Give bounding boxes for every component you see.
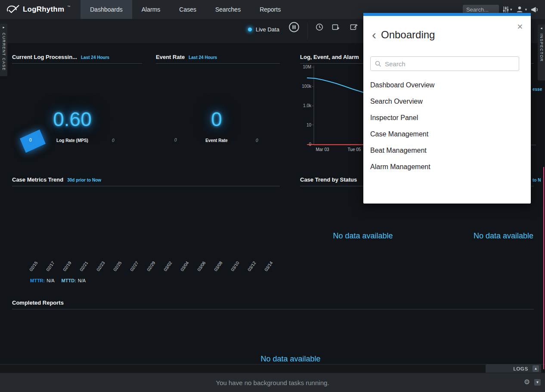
onboarding-item[interactable]: Alarm Management — [363, 159, 531, 175]
date-tick-slot: 03/10 — [223, 259, 239, 278]
panel-title: Case Metrics Trend — [12, 176, 63, 183]
nav-tab[interactable]: Dashboards — [81, 0, 132, 19]
current-case-label: CURRENT CASE — [2, 33, 6, 71]
onboarding-item[interactable]: Case Management — [363, 126, 531, 142]
brand-trademark: ™ — [67, 5, 70, 8]
onboarding-item[interactable]: Inspector Panel — [363, 110, 531, 126]
panel-header-log-processing: Current Log Processin... Last 24 Hours — [12, 54, 142, 64]
nav-tab[interactable]: Reports — [250, 0, 290, 19]
case-metrics-footer: MTTR: N/A MTTD: N/A — [30, 278, 86, 283]
gear-icon[interactable]: ⚙ — [524, 379, 530, 386]
add-panel-button[interactable] — [332, 24, 340, 32]
date-tick-label: 03/02 — [163, 260, 173, 272]
log-rate-label: Log Rate (MPS) — [25, 138, 120, 143]
date-tick-label: 02/15 — [28, 260, 38, 272]
gauge-min-label: 0 — [174, 138, 177, 142]
y-tick-label: 10M — [298, 65, 311, 69]
date-tick-slot: 03/12 — [239, 259, 256, 278]
edit-dashboard-button[interactable] — [350, 24, 358, 32]
nav-tab[interactable]: Cases — [170, 0, 206, 19]
clipped-label-fragment: esse — [533, 87, 542, 92]
search-icon — [375, 61, 381, 67]
panel-range-link[interactable]: Last 24 Hours — [189, 55, 217, 60]
onboarding-item[interactable]: Beat Management — [363, 142, 531, 159]
date-tick-slot: 02/21 — [71, 259, 88, 278]
preferences-menu-button[interactable]: ▾ — [503, 6, 512, 13]
user-menu-button[interactable]: ▾ — [516, 6, 527, 13]
panel-range-link[interactable]: 30d prior to Now — [67, 178, 101, 182]
date-tick-label: 02/21 — [79, 260, 89, 272]
onboarding-item[interactable]: Dashboard Overview — [363, 77, 531, 93]
date-tick-label: 02/29 — [146, 260, 156, 272]
x-tick-label: Mar 03 — [313, 147, 332, 152]
announcements-icon[interactable] — [531, 6, 540, 13]
sliders-icon — [503, 6, 509, 13]
onboarding-menu: Dashboard OverviewSearch OverviewInspect… — [363, 77, 531, 175]
panel-title: Event Rate — [156, 54, 185, 60]
no-data-case-trend-status: No data available — [300, 231, 426, 241]
logrhythm-logo-icon — [6, 5, 20, 15]
date-tick-label: 02/27 — [129, 260, 139, 272]
date-tick-label: 03/12 — [247, 260, 257, 272]
time-range-button[interactable] — [316, 23, 323, 33]
nav-tab[interactable]: Alarms — [132, 0, 170, 19]
app-window: LogRhythm ™ DashboardsAlarmsCasesSearche… — [0, 0, 545, 392]
live-data-toggle[interactable]: Live Data — [248, 24, 279, 34]
date-tick-slot: 03/06 — [189, 259, 206, 278]
date-tick-label: 02/25 — [112, 260, 122, 272]
logrhythm-brand: LogRhythm ™ — [0, 0, 81, 19]
up-arrow-icon: ▲ — [534, 367, 538, 370]
inspector-drawer-tab[interactable]: ◂ INSPECTOR — [538, 25, 545, 80]
status-message: You have no background tasks running. — [216, 379, 329, 386]
date-tick-label: 03/10 — [230, 260, 240, 272]
onboarding-dialog: ✕ ‹ Onboarding Dashboard OverviewSearch … — [363, 13, 531, 204]
log-rate-value: 0.60 — [25, 108, 120, 131]
panel-range-link[interactable]: Last 24 Hours — [81, 55, 109, 60]
brand-name: LogRhythm — [23, 5, 64, 14]
panel-title: Log, Event, and Alarm — [300, 54, 359, 60]
mttd-value: N/A — [78, 278, 86, 283]
date-tick-slot: 03/04 — [172, 259, 189, 278]
blue-series-line — [307, 78, 369, 94]
x-tick-label: Tue 05 — [345, 147, 364, 152]
panel-title: Completed Reports — [12, 299, 64, 306]
date-tick-label: 02/17 — [45, 260, 55, 272]
event-rate-label: Event Rate — [169, 138, 264, 143]
gauge-min-label: 0 — [29, 138, 32, 142]
date-tick-slot: 02/17 — [38, 259, 55, 278]
person-icon — [516, 6, 523, 13]
y-tick-label: 100k — [298, 84, 311, 89]
date-tick-label: 02/19 — [62, 260, 72, 272]
down-arrow-icon: ▼ — [536, 380, 539, 384]
caret-down-icon: ▾ — [510, 7, 512, 12]
mttr-label: MTTR: — [30, 278, 45, 283]
gauge-max-label: 0 — [256, 138, 258, 143]
scrollbar-thumb[interactable] — [543, 167, 544, 369]
y-tick-label: 0 — [298, 142, 311, 147]
logs-drawer-tab[interactable]: LOGS ▲ — [486, 364, 541, 373]
date-tick-label: 03/08 — [213, 260, 223, 272]
main-nav-tabs: DashboardsAlarmsCasesSearchesReports — [81, 0, 290, 19]
case-metrics-x-axis: 02/1502/1702/1902/2102/2302/2502/2702/29… — [21, 259, 273, 278]
mttr-value: N/A — [46, 278, 54, 283]
date-tick-slot: 03/02 — [155, 259, 172, 278]
date-tick-label: 03/04 — [180, 260, 189, 272]
dialog-accent-bar — [363, 13, 531, 16]
back-chevron-icon[interactable]: ‹ — [372, 30, 376, 40]
pause-button[interactable] — [288, 22, 300, 34]
onboarding-item[interactable]: Search Overview — [363, 93, 531, 110]
no-data-completed-reports: No data available — [32, 355, 545, 364]
logs-drawer-strip — [0, 364, 545, 373]
current-case-drawer-tab[interactable]: ▸ CURRENT CASE — [0, 24, 7, 76]
date-tick-label: 03/06 — [196, 260, 206, 272]
expand-logs-button[interactable]: ▲ — [533, 365, 539, 372]
onboarding-search-input[interactable] — [370, 56, 519, 71]
mttd-label: MTTD: — [62, 278, 76, 283]
statusbar-controls: ⚙ ▼ — [524, 379, 541, 386]
panel-header-completed-reports: Completed Reports — [12, 299, 534, 309]
collapse-bar-button[interactable]: ▼ — [534, 379, 541, 386]
nav-tab[interactable]: Searches — [206, 0, 250, 19]
date-tick-slot: 02/27 — [122, 259, 139, 278]
clipped-range-fragment: to N — [533, 178, 541, 182]
close-icon[interactable]: ✕ — [517, 22, 523, 31]
